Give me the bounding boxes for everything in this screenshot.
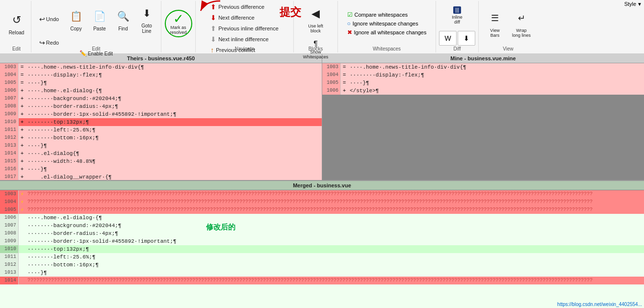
- find-icon: 🔍: [114, 7, 132, 25]
- paste-label: Paste: [93, 26, 106, 31]
- line-number: 1014: [0, 150, 19, 157]
- undo-button[interactable]: ↩ Undo: [34, 14, 64, 25]
- ignore-all-ws-button[interactable]: ✖ Ignore all whitespace changes: [346, 28, 428, 36]
- line-indicator: +: [19, 142, 26, 150]
- table-row: 1013+····}¶: [0, 142, 322, 150]
- prev-inline-diff-button[interactable]: ⬆ Previous inline difference: [208, 24, 281, 33]
- line-indicator: [19, 214, 26, 222]
- table-row: 1014+····.el-dialog{¶: [0, 150, 322, 157]
- prev-diff-icon: ⬆: [210, 3, 216, 11]
- redo-label: Redo: [46, 40, 59, 46]
- table-row: [322, 118, 644, 126]
- wrap-long-lines-button[interactable]: ↵ Wrap long lines: [509, 6, 534, 41]
- line-number: 1006: [322, 87, 341, 95]
- table-row: 1003⚡???????????????????????????????????…: [0, 190, 644, 198]
- redo-button[interactable]: ↪ Redo: [34, 37, 64, 48]
- reload-button[interactable]: ↺ Reload: [5, 9, 28, 38]
- diff-group-label: Diff: [454, 46, 461, 51]
- line-indicator: [19, 253, 26, 261]
- table-row: 1006····.home·.el-dialog·{¶: [0, 214, 644, 222]
- line-text: ····.el-dialog{¶: [26, 150, 322, 157]
- inline-diff-button[interactable]: ||| Inline diff: [444, 2, 471, 29]
- line-text: ········top:132px;¶: [26, 245, 644, 253]
- next-inline-diff-button[interactable]: ⬇ Next inline difference: [208, 34, 281, 44]
- line-number: 1005: [322, 79, 341, 87]
- table-row: 1003=····.home·.news-title-info·div·div{…: [0, 63, 322, 71]
- line-number: 1012: [0, 261, 19, 269]
- line-number: 1009: [0, 237, 19, 245]
- find-button[interactable]: 🔍 Find: [112, 2, 134, 36]
- copy-button[interactable]: 📋 Copy: [65, 2, 87, 36]
- prev-diff-button[interactable]: ⬆ Previous difference: [208, 2, 281, 12]
- table-row: 1011+········left:·25.6%;¶: [0, 126, 322, 134]
- line-text: ········width:·48.8%¶: [26, 157, 322, 165]
- line-number: 1017: [0, 173, 19, 180]
- style-dropdown[interactable]: Style ▼: [624, 1, 642, 7]
- line-indicator: +: [19, 87, 26, 95]
- line-indicator: [19, 245, 26, 253]
- line-indicator: ⚡: [19, 206, 26, 214]
- ignore-ws-icon: ○: [347, 20, 351, 27]
- line-number: 1013: [0, 142, 19, 150]
- merged-content[interactable]: 1003⚡???????????????????????????????????…: [0, 190, 644, 308]
- line-text: ????????????????????????????????????????…: [26, 206, 644, 214]
- merged-pane: Merged - business.vue 1003⚡?????????????…: [0, 181, 644, 308]
- diff-option-2-button[interactable]: ⬇: [458, 31, 475, 46]
- ignore-ws-changes-button[interactable]: ○ Ignore whitespace changes: [346, 20, 428, 27]
- table-row: 1003=····.home·.news-title-info·div·div{…: [322, 63, 644, 71]
- line-number: 1003: [0, 63, 19, 71]
- diff-option-1-button[interactable]: W: [439, 31, 457, 46]
- line-text: ····}¶: [26, 79, 322, 87]
- mine-content[interactable]: 1003=····.home·.news-title-info·div·div{…: [322, 63, 644, 180]
- table-row: 1012········bottom:·16px;¶: [0, 261, 644, 269]
- inline-diff-label: Inline diff: [452, 15, 463, 25]
- next-diff-icon: ⬇: [210, 14, 216, 22]
- mark-resolved-button[interactable]: ✓ Mark as resolved: [165, 10, 192, 37]
- mine-header: Mine - business.vue.mine: [322, 54, 644, 63]
- line-indicator: [19, 261, 26, 269]
- line-indicator: [19, 230, 26, 237]
- line-indicator: [19, 237, 26, 245]
- goto-line-icon: ⬇: [138, 4, 155, 22]
- table-row: 1011········left:·25.6%;¶: [0, 253, 644, 261]
- prev-inline-label: Previous inline difference: [218, 26, 279, 31]
- line-number: 1009: [0, 110, 19, 118]
- line-number: 1003: [0, 190, 19, 198]
- ignore-all-ws-icon: ✖: [347, 29, 352, 36]
- mark-resolved-group: ✓ Mark as resolved: [161, 1, 196, 52]
- line-number: 1007: [0, 95, 19, 103]
- line-text: ····.home·.news-title-info·div·div{¶: [348, 63, 644, 71]
- whitespaces-group: ☑ Compare whitespaces ○ Ignore whitespac…: [338, 1, 436, 52]
- table-row: 1007········background:·#202044;¶: [0, 222, 644, 230]
- edit-group: ↺ Reload Edit: [2, 1, 31, 52]
- next-diff-button[interactable]: ⬇ Next difference: [208, 13, 281, 23]
- line-indicator: +: [19, 165, 26, 173]
- line-indicator: ⚡: [19, 198, 26, 206]
- line-text: ········left:·25.6%;¶: [26, 126, 322, 134]
- line-number: 1011: [0, 126, 19, 134]
- goto-line-button[interactable]: ⬇ Goto Line: [135, 2, 158, 36]
- view-group: ☰ View Bars ↵ Wrap long lines View: [479, 1, 538, 52]
- compare-ws-button[interactable]: ☑ Compare whitespaces: [346, 11, 428, 19]
- bottom-url: https://blog.csdn.net/weixin_4402554...: [557, 302, 642, 307]
- style-chevron-icon[interactable]: ▼: [637, 1, 642, 7]
- line-indicator: =: [19, 63, 26, 71]
- paste-icon: 📄: [91, 7, 108, 25]
- redo-icon: ↪: [39, 39, 45, 47]
- table-row: 1005⚡???????????????????????????????????…: [0, 206, 644, 214]
- theirs-content[interactable]: 1003=····.home·.news-title-info·div·div{…: [0, 63, 322, 180]
- line-number: 1004: [0, 71, 19, 79]
- use-left-block-button[interactable]: ◀ Use left block: [301, 2, 331, 36]
- line-indicator: =: [341, 71, 348, 79]
- line-text: ????????????????????????????????????????…: [26, 190, 644, 198]
- line-text: ········display:·flex;¶: [26, 71, 322, 79]
- view-bars-button[interactable]: ☰ View Bars: [483, 6, 507, 41]
- table-row: 1007+········background:·#202044;¶: [0, 95, 322, 103]
- table-row: [322, 126, 644, 134]
- toolbar: Style ▼ ↺ Reload Edit ↩ Undo 📋: [0, 0, 644, 54]
- next-inline-label: Next inline difference: [218, 36, 269, 42]
- line-indicator: =: [19, 79, 26, 87]
- table-row: 1008+········border-radius:·4px;¶: [0, 103, 322, 110]
- paste-button[interactable]: 📄 Paste: [88, 2, 111, 36]
- table-row: 1014????????????????????????????????????…: [0, 277, 644, 284]
